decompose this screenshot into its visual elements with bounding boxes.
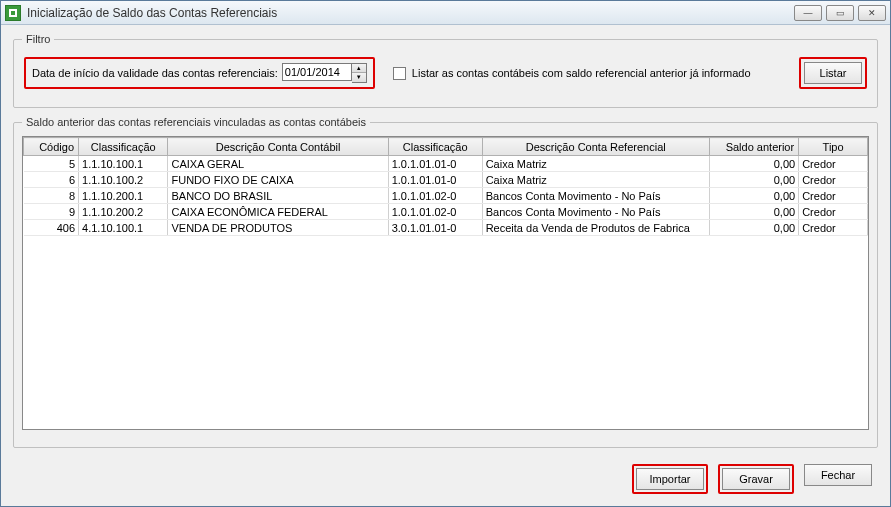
cell-classificacao1[interactable]: 1.1.10.200.2 <box>79 204 168 220</box>
checkbox-label: Listar as contas contábeis com saldo ref… <box>412 67 751 79</box>
cell-codigo[interactable]: 9 <box>24 204 79 220</box>
cell-descricao-contabil[interactable]: CAIXA ECONÔMICA FEDERAL <box>168 204 388 220</box>
cell-descricao-contabil[interactable]: CAIXA GERAL <box>168 156 388 172</box>
close-button[interactable]: ✕ <box>858 5 886 21</box>
spinner-down-button[interactable]: ▼ <box>352 73 366 82</box>
gravar-button[interactable]: Gravar <box>722 468 790 490</box>
importar-button[interactable]: Importar <box>636 468 704 490</box>
cell-classificacao1[interactable]: 1.1.10.100.1 <box>79 156 168 172</box>
cell-descricao-referencial[interactable]: Bancos Conta Movimento - No País <box>482 204 709 220</box>
cell-saldo[interactable]: 0,00 <box>709 188 798 204</box>
table-row[interactable]: 91.1.10.200.2CAIXA ECONÔMICA FEDERAL1.0.… <box>24 204 868 220</box>
cell-saldo[interactable]: 0,00 <box>709 220 798 236</box>
cell-descricao-contabil[interactable]: FUNDO FIXO DE CAIXA <box>168 172 388 188</box>
grid-fieldset: Saldo anterior das contas referenciais v… <box>13 116 878 448</box>
listar-button[interactable]: Listar <box>804 62 862 84</box>
cell-descricao-referencial[interactable]: Receita da Venda de Produtos de Fabrica <box>482 220 709 236</box>
cell-descricao-contabil[interactable]: BANCO DO BRASIL <box>168 188 388 204</box>
maximize-button[interactable]: ▭ <box>826 5 854 21</box>
table-header-row: Código Classificação Descrição Conta Con… <box>24 138 868 156</box>
importar-highlight: Importar <box>632 464 708 494</box>
cell-descricao-referencial[interactable]: Caixa Matriz <box>482 156 709 172</box>
listar-highlight: Listar <box>799 57 867 89</box>
window-controls: — ▭ ✕ <box>794 5 886 21</box>
cell-tipo[interactable]: Credor <box>799 172 868 188</box>
cell-codigo[interactable]: 5 <box>24 156 79 172</box>
filtro-legend: Filtro <box>22 33 54 45</box>
col-header-codigo[interactable]: Código <box>24 138 79 156</box>
listar-anterior-checkbox[interactable] <box>393 67 406 80</box>
filtro-fieldset: Filtro Data de início da validade das co… <box>13 33 878 108</box>
footer-buttons: Importar Gravar Fechar <box>13 456 878 498</box>
window-title: Inicialização de Saldo das Contas Refere… <box>27 6 794 20</box>
cell-descricao-referencial[interactable]: Caixa Matriz <box>482 172 709 188</box>
spinner-up-button[interactable]: ▲ <box>352 64 366 73</box>
cell-classificacao2[interactable]: 1.0.1.01.02-0 <box>388 204 482 220</box>
cell-tipo[interactable]: Credor <box>799 220 868 236</box>
cell-saldo[interactable]: 0,00 <box>709 156 798 172</box>
checkbox-row: Listar as contas contábeis com saldo ref… <box>393 67 781 80</box>
filtro-body: Data de início da validade das contas re… <box>14 45 877 107</box>
col-header-saldo[interactable]: Saldo anterior <box>709 138 798 156</box>
date-spinner: ▲ ▼ <box>352 63 367 83</box>
cell-codigo[interactable]: 8 <box>24 188 79 204</box>
cell-classificacao2[interactable]: 3.0.1.01.01-0 <box>388 220 482 236</box>
cell-classificacao2[interactable]: 1.0.1.01.01-0 <box>388 156 482 172</box>
table-row[interactable]: 51.1.10.100.1CAIXA GERAL1.0.1.01.01-0Cai… <box>24 156 868 172</box>
grid-body: Código Classificação Descrição Conta Con… <box>14 128 877 447</box>
cell-classificacao2[interactable]: 1.0.1.01.02-0 <box>388 188 482 204</box>
cell-classificacao1[interactable]: 4.1.10.100.1 <box>79 220 168 236</box>
date-label: Data de início da validade das contas re… <box>32 67 278 79</box>
date-input[interactable] <box>282 63 352 81</box>
cell-codigo[interactable]: 406 <box>24 220 79 236</box>
date-input-group: ▲ ▼ <box>282 63 367 83</box>
table-row[interactable]: 61.1.10.100.2FUNDO FIXO DE CAIXA1.0.1.01… <box>24 172 868 188</box>
col-header-descricao-contabil[interactable]: Descrição Conta Contábil <box>168 138 388 156</box>
minimize-button[interactable]: — <box>794 5 822 21</box>
app-window: Inicialização de Saldo das Contas Refere… <box>0 0 891 507</box>
table-row[interactable]: 4064.1.10.100.1VENDA DE PRODUTOS3.0.1.01… <box>24 220 868 236</box>
cell-classificacao2[interactable]: 1.0.1.01.01-0 <box>388 172 482 188</box>
grid-legend: Saldo anterior das contas referenciais v… <box>22 116 370 128</box>
titlebar: Inicialização de Saldo das Contas Refere… <box>1 1 890 25</box>
content-area: Filtro Data de início da validade das co… <box>1 25 890 506</box>
date-filter-highlight: Data de início da validade das contas re… <box>24 57 375 89</box>
cell-tipo[interactable]: Credor <box>799 204 868 220</box>
table-row[interactable]: 81.1.10.200.1BANCO DO BRASIL1.0.1.01.02-… <box>24 188 868 204</box>
cell-tipo[interactable]: Credor <box>799 156 868 172</box>
cell-descricao-referencial[interactable]: Bancos Conta Movimento - No País <box>482 188 709 204</box>
gravar-highlight: Gravar <box>718 464 794 494</box>
cell-classificacao1[interactable]: 1.1.10.200.1 <box>79 188 168 204</box>
cell-tipo[interactable]: Credor <box>799 188 868 204</box>
cell-descricao-contabil[interactable]: VENDA DE PRODUTOS <box>168 220 388 236</box>
col-header-classificacao2[interactable]: Classificação <box>388 138 482 156</box>
cell-saldo[interactable]: 0,00 <box>709 172 798 188</box>
col-header-tipo[interactable]: Tipo <box>799 138 868 156</box>
cell-classificacao1[interactable]: 1.1.10.100.2 <box>79 172 168 188</box>
cell-codigo[interactable]: 6 <box>24 172 79 188</box>
grid-table: Código Classificação Descrição Conta Con… <box>23 137 868 236</box>
fechar-button[interactable]: Fechar <box>804 464 872 486</box>
col-header-descricao-referencial[interactable]: Descrição Conta Referencial <box>482 138 709 156</box>
cell-saldo[interactable]: 0,00 <box>709 204 798 220</box>
grid-scroll[interactable]: Código Classificação Descrição Conta Con… <box>22 136 869 430</box>
app-icon <box>5 5 21 21</box>
col-header-classificacao1[interactable]: Classificação <box>79 138 168 156</box>
